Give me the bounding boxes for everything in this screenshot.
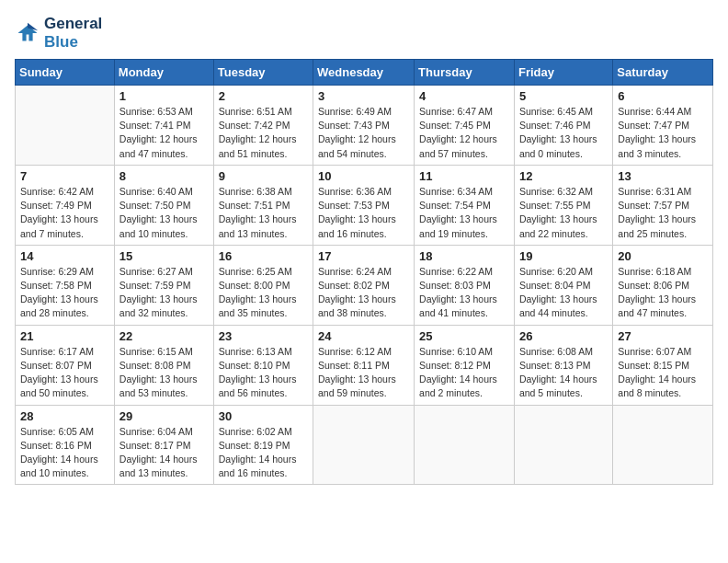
- calendar-cell: 21Sunrise: 6:17 AMSunset: 8:07 PMDayligh…: [16, 325, 115, 405]
- cell-info: Sunrise: 6:29 AMSunset: 7:58 PMDaylight:…: [20, 265, 109, 321]
- day-number: 18: [419, 249, 509, 263]
- weekday-header: Friday: [514, 60, 612, 86]
- cell-info: Sunrise: 6:07 AMSunset: 8:15 PMDaylight:…: [618, 345, 708, 401]
- day-number: 12: [519, 169, 608, 183]
- cell-info: Sunrise: 6:45 AMSunset: 7:46 PMDaylight:…: [519, 105, 608, 161]
- calendar-cell: 4Sunrise: 6:47 AMSunset: 7:45 PMDaylight…: [415, 86, 515, 166]
- day-number: 8: [119, 169, 209, 183]
- calendar-cell: 9Sunrise: 6:38 AMSunset: 7:51 PMDaylight…: [213, 165, 313, 245]
- logo: General Blue: [15, 15, 102, 52]
- day-number: 2: [219, 89, 308, 103]
- cell-info: Sunrise: 6:38 AMSunset: 7:51 PMDaylight:…: [219, 185, 308, 241]
- cell-info: Sunrise: 6:22 AMSunset: 8:03 PMDaylight:…: [419, 265, 509, 321]
- calendar-cell: 30Sunrise: 6:02 AMSunset: 8:19 PMDayligh…: [213, 405, 313, 485]
- calendar-cell: 16Sunrise: 6:25 AMSunset: 8:00 PMDayligh…: [213, 245, 313, 325]
- day-number: 27: [618, 329, 708, 343]
- cell-info: Sunrise: 6:24 AMSunset: 8:02 PMDaylight:…: [318, 265, 409, 321]
- cell-info: Sunrise: 6:32 AMSunset: 7:55 PMDaylight:…: [519, 185, 608, 241]
- day-number: 17: [318, 249, 409, 263]
- calendar-cell: [415, 405, 515, 485]
- day-number: 14: [20, 249, 109, 263]
- day-number: 19: [519, 249, 608, 263]
- cell-info: Sunrise: 6:47 AMSunset: 7:45 PMDaylight:…: [419, 105, 509, 161]
- day-number: 24: [318, 329, 409, 343]
- calendar-cell: [613, 405, 713, 485]
- cell-info: Sunrise: 6:27 AMSunset: 7:59 PMDaylight:…: [119, 265, 209, 321]
- day-number: 6: [618, 89, 708, 103]
- day-number: 7: [20, 169, 109, 183]
- calendar-cell: 2Sunrise: 6:51 AMSunset: 7:42 PMDaylight…: [213, 86, 313, 166]
- day-number: 9: [219, 169, 308, 183]
- calendar-header-row: SundayMondayTuesdayWednesdayThursdayFrid…: [16, 60, 713, 86]
- day-number: 11: [419, 169, 509, 183]
- calendar-cell: 1Sunrise: 6:53 AMSunset: 7:41 PMDaylight…: [114, 86, 213, 166]
- cell-info: Sunrise: 6:10 AMSunset: 8:12 PMDaylight:…: [419, 345, 509, 401]
- cell-info: Sunrise: 6:34 AMSunset: 7:54 PMDaylight:…: [419, 185, 509, 241]
- day-number: 29: [119, 409, 209, 423]
- calendar-cell: [313, 405, 415, 485]
- cell-info: Sunrise: 6:36 AMSunset: 7:53 PMDaylight:…: [318, 185, 409, 241]
- day-number: 25: [419, 329, 509, 343]
- day-number: 21: [20, 329, 109, 343]
- day-number: 10: [318, 169, 409, 183]
- weekday-header: Tuesday: [213, 60, 313, 86]
- calendar-cell: 8Sunrise: 6:40 AMSunset: 7:50 PMDaylight…: [114, 165, 213, 245]
- calendar-cell: 25Sunrise: 6:10 AMSunset: 8:12 PMDayligh…: [415, 325, 515, 405]
- calendar-cell: 17Sunrise: 6:24 AMSunset: 8:02 PMDayligh…: [313, 245, 415, 325]
- calendar-cell: 24Sunrise: 6:12 AMSunset: 8:11 PMDayligh…: [313, 325, 415, 405]
- weekday-header: Sunday: [16, 60, 115, 86]
- weekday-header: Wednesday: [313, 60, 415, 86]
- cell-info: Sunrise: 6:40 AMSunset: 7:50 PMDaylight:…: [119, 185, 209, 241]
- calendar-cell: 19Sunrise: 6:20 AMSunset: 8:04 PMDayligh…: [514, 245, 612, 325]
- day-number: 5: [519, 89, 608, 103]
- calendar-cell: 7Sunrise: 6:42 AMSunset: 7:49 PMDaylight…: [16, 165, 115, 245]
- cell-info: Sunrise: 6:02 AMSunset: 8:19 PMDaylight:…: [219, 425, 308, 481]
- calendar-cell: 26Sunrise: 6:08 AMSunset: 8:13 PMDayligh…: [514, 325, 612, 405]
- calendar-cell: 18Sunrise: 6:22 AMSunset: 8:03 PMDayligh…: [415, 245, 515, 325]
- day-number: 23: [219, 329, 308, 343]
- cell-info: Sunrise: 6:53 AMSunset: 7:41 PMDaylight:…: [119, 105, 209, 161]
- day-number: 4: [419, 89, 509, 103]
- calendar-cell: 14Sunrise: 6:29 AMSunset: 7:58 PMDayligh…: [16, 245, 115, 325]
- weekday-header: Saturday: [613, 60, 713, 86]
- day-number: 3: [318, 89, 409, 103]
- weekday-header: Monday: [114, 60, 213, 86]
- cell-info: Sunrise: 6:08 AMSunset: 8:13 PMDaylight:…: [519, 345, 608, 401]
- day-number: 22: [119, 329, 209, 343]
- calendar-cell: 27Sunrise: 6:07 AMSunset: 8:15 PMDayligh…: [613, 325, 713, 405]
- logo-icon: [15, 20, 40, 46]
- calendar-cell: [16, 86, 115, 166]
- calendar-cell: 20Sunrise: 6:18 AMSunset: 8:06 PMDayligh…: [613, 245, 713, 325]
- calendar-cell: 6Sunrise: 6:44 AMSunset: 7:47 PMDaylight…: [613, 86, 713, 166]
- day-number: 26: [519, 329, 608, 343]
- cell-info: Sunrise: 6:44 AMSunset: 7:47 PMDaylight:…: [618, 105, 708, 161]
- cell-info: Sunrise: 6:25 AMSunset: 8:00 PMDaylight:…: [219, 265, 308, 321]
- logo-text: General Blue: [44, 15, 102, 52]
- day-number: 1: [119, 89, 209, 103]
- day-number: 20: [618, 249, 708, 263]
- calendar-cell: 28Sunrise: 6:05 AMSunset: 8:16 PMDayligh…: [16, 405, 115, 485]
- cell-info: Sunrise: 6:17 AMSunset: 8:07 PMDaylight:…: [20, 345, 109, 401]
- calendar-cell: 5Sunrise: 6:45 AMSunset: 7:46 PMDaylight…: [514, 86, 612, 166]
- weekday-header: Thursday: [415, 60, 515, 86]
- cell-info: Sunrise: 6:20 AMSunset: 8:04 PMDaylight:…: [519, 265, 608, 321]
- calendar-cell: 13Sunrise: 6:31 AMSunset: 7:57 PMDayligh…: [613, 165, 713, 245]
- cell-info: Sunrise: 6:51 AMSunset: 7:42 PMDaylight:…: [219, 105, 308, 161]
- day-number: 16: [219, 249, 308, 263]
- cell-info: Sunrise: 6:13 AMSunset: 8:10 PMDaylight:…: [219, 345, 308, 401]
- calendar-cell: 3Sunrise: 6:49 AMSunset: 7:43 PMDaylight…: [313, 86, 415, 166]
- day-number: 30: [219, 409, 308, 423]
- calendar-cell: 11Sunrise: 6:34 AMSunset: 7:54 PMDayligh…: [415, 165, 515, 245]
- cell-info: Sunrise: 6:04 AMSunset: 8:17 PMDaylight:…: [119, 425, 209, 481]
- cell-info: Sunrise: 6:49 AMSunset: 7:43 PMDaylight:…: [318, 105, 409, 161]
- cell-info: Sunrise: 6:15 AMSunset: 8:08 PMDaylight:…: [119, 345, 209, 401]
- calendar-week-row: 1Sunrise: 6:53 AMSunset: 7:41 PMDaylight…: [16, 86, 713, 166]
- calendar-week-row: 21Sunrise: 6:17 AMSunset: 8:07 PMDayligh…: [16, 325, 713, 405]
- calendar-cell: 15Sunrise: 6:27 AMSunset: 7:59 PMDayligh…: [114, 245, 213, 325]
- calendar-week-row: 14Sunrise: 6:29 AMSunset: 7:58 PMDayligh…: [16, 245, 713, 325]
- calendar-table: SundayMondayTuesdayWednesdayThursdayFrid…: [15, 59, 713, 485]
- day-number: 15: [119, 249, 209, 263]
- calendar-cell: 10Sunrise: 6:36 AMSunset: 7:53 PMDayligh…: [313, 165, 415, 245]
- day-number: 13: [618, 169, 708, 183]
- calendar-cell: [514, 405, 612, 485]
